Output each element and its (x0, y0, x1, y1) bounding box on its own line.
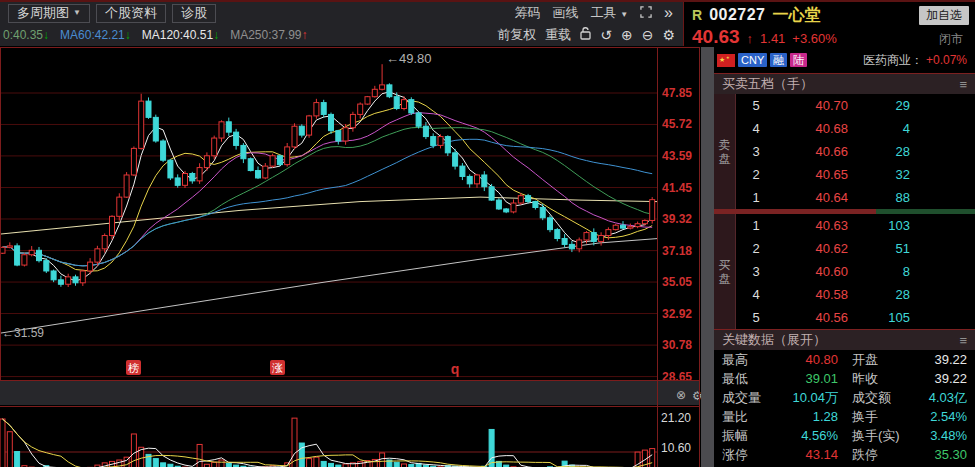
key-label: 振幅 (722, 427, 782, 445)
view-tabs: 多周期图▼个股资料诊股 (8, 4, 216, 23)
key-data-table: 最高40.80开盘39.22最低39.01昨收39.22成交量10.04万成交额… (714, 350, 975, 467)
key-value: 3.48% (910, 428, 967, 443)
fullscreen-icon[interactable] (640, 6, 652, 21)
price[interactable]: 40.68 (776, 121, 848, 136)
key-data-title: 关键数据（展开） (722, 331, 826, 349)
key-value: 1.28 (782, 409, 838, 424)
ma-trend-arrow-icon: ↑ (302, 28, 308, 42)
svg-text:★: ★ (719, 56, 725, 63)
chips-button[interactable]: 筹码 (515, 4, 541, 22)
volume: 8 (848, 264, 910, 279)
candlestick-chart[interactable]: 47.8545.7243.5941.4539.3237.1835.0532.92… (0, 47, 701, 467)
svg-text:45.72: 45.72 (662, 117, 692, 131)
toolbar-tools-group: 筹码 画线 工具 ▼ » (515, 4, 673, 22)
reload-button[interactable]: 重载 (545, 26, 571, 44)
badge-CNY: CNY (738, 53, 767, 67)
key-label: 开盘 (838, 351, 910, 369)
buy-block: 买盘 140.63103240.6251340.608440.5828540.5… (714, 214, 975, 329)
svg-text:⊗: ⊗ (676, 388, 686, 402)
price-change: 1.41 (760, 31, 785, 46)
sell-row[interactable]: 440.684 (736, 117, 975, 140)
key-data-header[interactable]: 关键数据（展开） ≡ (714, 329, 975, 350)
zoom-in-icon[interactable]: ⊕ (621, 28, 633, 42)
menu-icon[interactable]: ≡ (959, 77, 967, 92)
chevron-down-icon: ▼ (73, 4, 81, 22)
toolbar-row-1: 多周期图▼个股资料诊股 筹码 画线 工具 ▼ » (0, 2, 683, 24)
price[interactable]: 40.60 (776, 264, 848, 279)
zoom-out-icon[interactable]: ⊖ (642, 28, 654, 42)
buy-row[interactable]: 340.608 (736, 260, 975, 283)
drawline-button[interactable]: 画线 (553, 4, 579, 22)
badge-融: 融 (770, 53, 787, 67)
svg-text:32.92: 32.92 (662, 307, 692, 321)
sell-row[interactable]: 240.6532 (736, 163, 975, 186)
stock-info-header: R 002727 一心堂 加自选 40.63 ↑ 1.41 +3.60% 闭市 (684, 4, 975, 47)
price[interactable]: 40.63 (776, 218, 848, 233)
order-book: 卖盘 540.7029440.684340.6628240.6532140.64… (714, 94, 975, 329)
settings-icon[interactable]: ⚙ (662, 28, 675, 42)
tab-label: 诊股 (181, 4, 207, 22)
volume-axis-labels: 21.2010.60 (661, 411, 691, 455)
sell-rows: 540.7029440.684340.6628240.6532140.6488 (736, 94, 975, 209)
adjust-mode-button[interactable]: 前复权 (497, 26, 536, 44)
tab-多周期图[interactable]: 多周期图▼ (8, 4, 90, 23)
level: 4 (736, 121, 776, 136)
stock-name: 一心堂 (773, 5, 821, 26)
margin-flag: R (692, 7, 702, 23)
price-up-arrow-icon: ↑ (747, 31, 754, 46)
svg-text:←31.59: ←31.59 (2, 326, 44, 340)
ma-trend-arrow-icon: ↓ (213, 28, 219, 42)
stock-badges-row: ★★ CNY融陆 医药商业： +0.07% (714, 47, 975, 73)
volume: 28 (848, 144, 910, 159)
price[interactable]: 40.62 (776, 241, 848, 256)
more-panels-icon[interactable]: » (664, 5, 673, 21)
price[interactable]: 40.64 (776, 190, 848, 205)
panel-splitter-handle[interactable] (701, 47, 714, 467)
ma-legend-item: MA60:42.21↓ (60, 28, 131, 42)
add-watchlist-button[interactable]: 加自选 (919, 6, 969, 25)
badge-陆: 陆 (790, 53, 807, 67)
chart-toolbar: 多周期图▼个股资料诊股 筹码 画线 工具 ▼ » 0:40.35↓MA60:42… (0, 2, 684, 46)
candles-group (0, 64, 655, 287)
chart-annotations: ←49.80←31.59 (2, 51, 432, 340)
toolbar-row-2: 0:40.35↓MA60:42.21↓MA120:40.51↓MA250:37.… (0, 24, 683, 46)
menu-icon[interactable]: ≡ (959, 333, 967, 348)
ma-legend-item: MA250:37.99↑ (230, 28, 307, 42)
undo-icon[interactable]: ↺ (600, 28, 612, 42)
key-value: 4.03亿 (910, 389, 967, 407)
sell-row[interactable]: 540.7029 (736, 94, 975, 117)
buy-row[interactable]: 140.63103 (736, 214, 975, 237)
sell-side-label: 卖盘 (714, 94, 736, 209)
buy-row[interactable]: 440.5828 (736, 283, 975, 306)
price[interactable]: 40.56 (776, 310, 848, 325)
market-status: 闭市 (939, 31, 963, 48)
level: 1 (736, 218, 776, 233)
tools-dropdown[interactable]: 工具 ▼ (591, 4, 629, 22)
sector-link[interactable]: 医药商业： (863, 52, 923, 69)
tab-诊股[interactable]: 诊股 (172, 4, 216, 23)
svg-text:30.78: 30.78 (662, 338, 692, 352)
svg-text:涨: 涨 (272, 362, 283, 374)
event-markers[interactable]: 榜涨q (126, 360, 459, 377)
price[interactable]: 40.70 (776, 98, 848, 113)
ma-legend: 0:40.35↓MA60:42.21↓MA120:40.51↓MA250:37.… (3, 28, 308, 42)
ma-legend-item: MA120:40.51↓ (142, 28, 219, 42)
level: 2 (736, 241, 776, 256)
stock-code: 002727 (709, 6, 765, 24)
sell-row[interactable]: 340.6628 (736, 140, 975, 163)
key-label: 最高 (722, 351, 782, 369)
buy-side-label: 买盘 (714, 214, 736, 329)
sell-row[interactable]: 140.6488 (736, 186, 975, 209)
buy-row[interactable]: 540.56105 (736, 306, 975, 329)
tab-个股资料[interactable]: 个股资料 (96, 4, 166, 23)
key-data-row: 涨停43.14跌停35.30 (714, 445, 975, 464)
price[interactable]: 40.58 (776, 287, 848, 302)
buy-rows: 140.63103240.6251340.608440.5828540.5610… (736, 214, 975, 329)
key-label: 换手 (838, 408, 910, 426)
stock-title-row: R 002727 一心堂 加自选 (684, 4, 975, 26)
price[interactable]: 40.65 (776, 167, 848, 182)
price[interactable]: 40.66 (776, 144, 848, 159)
buy-row[interactable]: 240.6251 (736, 237, 975, 260)
unlock-icon[interactable] (580, 27, 591, 43)
svg-text:43.59: 43.59 (662, 149, 692, 163)
